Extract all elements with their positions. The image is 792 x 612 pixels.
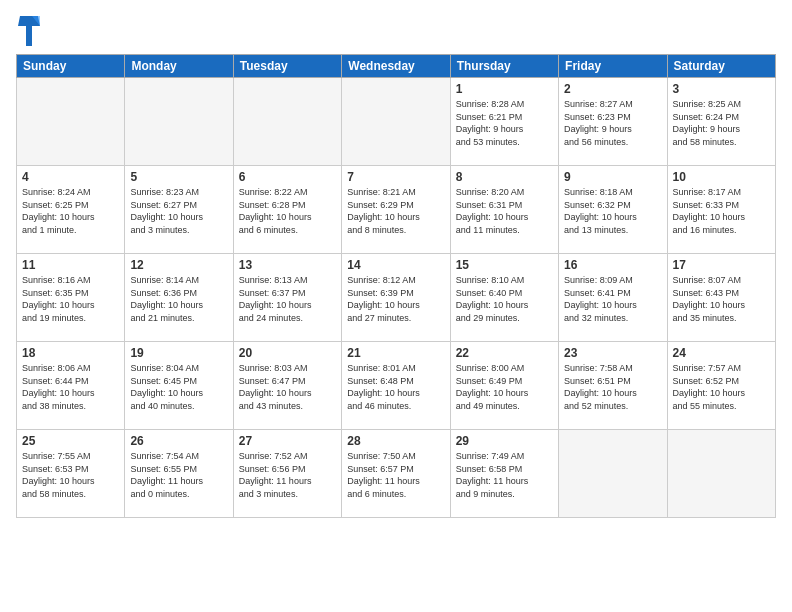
day-info: Sunrise: 8:13 AM Sunset: 6:37 PM Dayligh… (239, 274, 336, 324)
weekday-header-saturday: Saturday (667, 55, 775, 78)
day-info: Sunrise: 7:52 AM Sunset: 6:56 PM Dayligh… (239, 450, 336, 500)
day-number: 5 (130, 170, 227, 184)
logo (16, 16, 40, 46)
calendar-cell: 16Sunrise: 8:09 AM Sunset: 6:41 PM Dayli… (559, 254, 667, 342)
calendar-cell: 28Sunrise: 7:50 AM Sunset: 6:57 PM Dayli… (342, 430, 450, 518)
day-number: 6 (239, 170, 336, 184)
day-info: Sunrise: 7:54 AM Sunset: 6:55 PM Dayligh… (130, 450, 227, 500)
day-info: Sunrise: 8:17 AM Sunset: 6:33 PM Dayligh… (673, 186, 770, 236)
week-row-4: 25Sunrise: 7:55 AM Sunset: 6:53 PM Dayli… (17, 430, 776, 518)
day-number: 26 (130, 434, 227, 448)
calendar-cell (125, 78, 233, 166)
day-number: 11 (22, 258, 119, 272)
day-info: Sunrise: 8:04 AM Sunset: 6:45 PM Dayligh… (130, 362, 227, 412)
day-number: 1 (456, 82, 553, 96)
day-info: Sunrise: 8:18 AM Sunset: 6:32 PM Dayligh… (564, 186, 661, 236)
day-number: 7 (347, 170, 444, 184)
day-info: Sunrise: 8:25 AM Sunset: 6:24 PM Dayligh… (673, 98, 770, 148)
page-header (16, 16, 776, 46)
calendar-cell: 8Sunrise: 8:20 AM Sunset: 6:31 PM Daylig… (450, 166, 558, 254)
calendar-cell: 12Sunrise: 8:14 AM Sunset: 6:36 PM Dayli… (125, 254, 233, 342)
day-info: Sunrise: 8:28 AM Sunset: 6:21 PM Dayligh… (456, 98, 553, 148)
day-info: Sunrise: 8:06 AM Sunset: 6:44 PM Dayligh… (22, 362, 119, 412)
day-number: 15 (456, 258, 553, 272)
calendar-cell: 9Sunrise: 8:18 AM Sunset: 6:32 PM Daylig… (559, 166, 667, 254)
calendar-cell: 25Sunrise: 7:55 AM Sunset: 6:53 PM Dayli… (17, 430, 125, 518)
calendar-cell: 26Sunrise: 7:54 AM Sunset: 6:55 PM Dayli… (125, 430, 233, 518)
calendar-cell: 15Sunrise: 8:10 AM Sunset: 6:40 PM Dayli… (450, 254, 558, 342)
weekday-header-thursday: Thursday (450, 55, 558, 78)
day-number: 17 (673, 258, 770, 272)
day-number: 23 (564, 346, 661, 360)
calendar-cell: 2Sunrise: 8:27 AM Sunset: 6:23 PM Daylig… (559, 78, 667, 166)
weekday-header-monday: Monday (125, 55, 233, 78)
week-row-3: 18Sunrise: 8:06 AM Sunset: 6:44 PM Dayli… (17, 342, 776, 430)
calendar-cell: 22Sunrise: 8:00 AM Sunset: 6:49 PM Dayli… (450, 342, 558, 430)
day-number: 14 (347, 258, 444, 272)
day-number: 25 (22, 434, 119, 448)
calendar-cell: 10Sunrise: 8:17 AM Sunset: 6:33 PM Dayli… (667, 166, 775, 254)
day-number: 18 (22, 346, 119, 360)
day-number: 8 (456, 170, 553, 184)
day-number: 29 (456, 434, 553, 448)
calendar-cell: 14Sunrise: 8:12 AM Sunset: 6:39 PM Dayli… (342, 254, 450, 342)
day-number: 3 (673, 82, 770, 96)
calendar-cell: 21Sunrise: 8:01 AM Sunset: 6:48 PM Dayli… (342, 342, 450, 430)
calendar-cell: 19Sunrise: 8:04 AM Sunset: 6:45 PM Dayli… (125, 342, 233, 430)
day-info: Sunrise: 8:23 AM Sunset: 6:27 PM Dayligh… (130, 186, 227, 236)
day-number: 28 (347, 434, 444, 448)
calendar-cell: 20Sunrise: 8:03 AM Sunset: 6:47 PM Dayli… (233, 342, 341, 430)
calendar-cell: 4Sunrise: 8:24 AM Sunset: 6:25 PM Daylig… (17, 166, 125, 254)
day-info: Sunrise: 7:55 AM Sunset: 6:53 PM Dayligh… (22, 450, 119, 500)
day-number: 19 (130, 346, 227, 360)
calendar-cell: 17Sunrise: 8:07 AM Sunset: 6:43 PM Dayli… (667, 254, 775, 342)
day-info: Sunrise: 8:21 AM Sunset: 6:29 PM Dayligh… (347, 186, 444, 236)
calendar-cell: 1Sunrise: 8:28 AM Sunset: 6:21 PM Daylig… (450, 78, 558, 166)
day-info: Sunrise: 8:07 AM Sunset: 6:43 PM Dayligh… (673, 274, 770, 324)
day-number: 21 (347, 346, 444, 360)
day-number: 12 (130, 258, 227, 272)
weekday-header-tuesday: Tuesday (233, 55, 341, 78)
weekday-header-sunday: Sunday (17, 55, 125, 78)
day-info: Sunrise: 8:10 AM Sunset: 6:40 PM Dayligh… (456, 274, 553, 324)
day-info: Sunrise: 7:57 AM Sunset: 6:52 PM Dayligh… (673, 362, 770, 412)
calendar-cell (342, 78, 450, 166)
week-row-1: 4Sunrise: 8:24 AM Sunset: 6:25 PM Daylig… (17, 166, 776, 254)
calendar-cell (667, 430, 775, 518)
calendar-cell: 27Sunrise: 7:52 AM Sunset: 6:56 PM Dayli… (233, 430, 341, 518)
day-info: Sunrise: 7:50 AM Sunset: 6:57 PM Dayligh… (347, 450, 444, 500)
day-number: 10 (673, 170, 770, 184)
day-info: Sunrise: 8:20 AM Sunset: 6:31 PM Dayligh… (456, 186, 553, 236)
day-number: 22 (456, 346, 553, 360)
calendar-cell: 23Sunrise: 7:58 AM Sunset: 6:51 PM Dayli… (559, 342, 667, 430)
day-number: 9 (564, 170, 661, 184)
week-row-2: 11Sunrise: 8:16 AM Sunset: 6:35 PM Dayli… (17, 254, 776, 342)
calendar-cell: 6Sunrise: 8:22 AM Sunset: 6:28 PM Daylig… (233, 166, 341, 254)
weekday-header-wednesday: Wednesday (342, 55, 450, 78)
day-info: Sunrise: 8:22 AM Sunset: 6:28 PM Dayligh… (239, 186, 336, 236)
calendar-cell: 29Sunrise: 7:49 AM Sunset: 6:58 PM Dayli… (450, 430, 558, 518)
day-info: Sunrise: 8:24 AM Sunset: 6:25 PM Dayligh… (22, 186, 119, 236)
day-number: 16 (564, 258, 661, 272)
calendar-table: SundayMondayTuesdayWednesdayThursdayFrid… (16, 54, 776, 518)
weekday-header-friday: Friday (559, 55, 667, 78)
day-info: Sunrise: 7:58 AM Sunset: 6:51 PM Dayligh… (564, 362, 661, 412)
day-info: Sunrise: 8:12 AM Sunset: 6:39 PM Dayligh… (347, 274, 444, 324)
calendar-cell: 24Sunrise: 7:57 AM Sunset: 6:52 PM Dayli… (667, 342, 775, 430)
day-info: Sunrise: 8:00 AM Sunset: 6:49 PM Dayligh… (456, 362, 553, 412)
calendar-cell (559, 430, 667, 518)
calendar-cell (17, 78, 125, 166)
day-number: 13 (239, 258, 336, 272)
day-info: Sunrise: 8:16 AM Sunset: 6:35 PM Dayligh… (22, 274, 119, 324)
day-info: Sunrise: 7:49 AM Sunset: 6:58 PM Dayligh… (456, 450, 553, 500)
calendar-cell: 3Sunrise: 8:25 AM Sunset: 6:24 PM Daylig… (667, 78, 775, 166)
day-number: 24 (673, 346, 770, 360)
calendar-cell: 7Sunrise: 8:21 AM Sunset: 6:29 PM Daylig… (342, 166, 450, 254)
calendar-cell: 11Sunrise: 8:16 AM Sunset: 6:35 PM Dayli… (17, 254, 125, 342)
day-info: Sunrise: 8:14 AM Sunset: 6:36 PM Dayligh… (130, 274, 227, 324)
calendar-cell (233, 78, 341, 166)
calendar-cell: 13Sunrise: 8:13 AM Sunset: 6:37 PM Dayli… (233, 254, 341, 342)
day-info: Sunrise: 8:09 AM Sunset: 6:41 PM Dayligh… (564, 274, 661, 324)
day-number: 4 (22, 170, 119, 184)
calendar-cell: 5Sunrise: 8:23 AM Sunset: 6:27 PM Daylig… (125, 166, 233, 254)
